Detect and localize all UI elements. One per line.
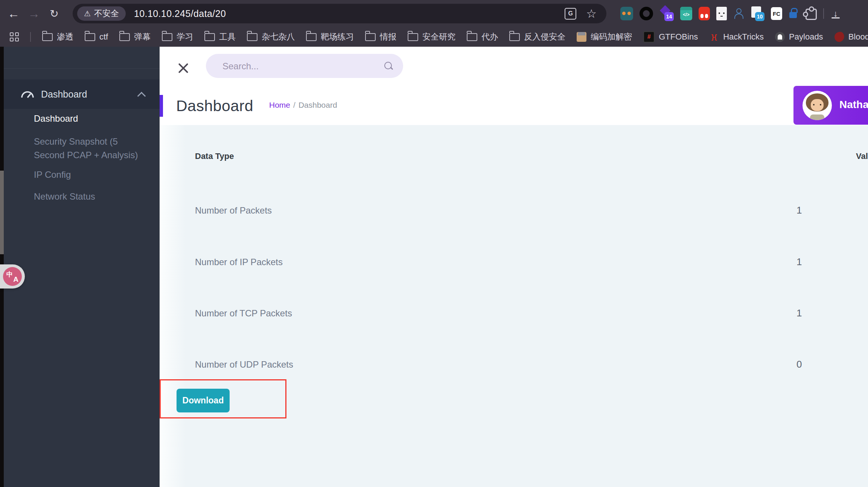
table-row-label: Number of UDP Packets [195, 359, 293, 370]
robot-extension-icon[interactable] [620, 7, 633, 20]
browser-toolbar: ← → ↻ ⚠ 不安全 10.10.10.245/data/20 ☆ 14 10… [0, 0, 868, 27]
downloads-icon[interactable]: ↓ [830, 7, 841, 20]
back-icon[interactable]: ← [5, 0, 22, 27]
folder-icon [247, 33, 257, 41]
terminal-extension-icon[interactable] [680, 7, 692, 20]
page-title: Dashboard [176, 97, 253, 115]
content-left-fade [160, 125, 186, 487]
bookmark-label: 学习 [177, 31, 193, 43]
translate-widget-icon: 中 A [3, 267, 22, 286]
breadcrumb-current: Dashboard [298, 101, 337, 109]
gauge-icon [21, 89, 34, 99]
user-badge[interactable]: Nathan [793, 86, 868, 125]
bookmark-item[interactable]: 弹幕 [119, 31, 151, 43]
hamster-favicon [577, 32, 586, 42]
bookmark-item[interactable]: ctf [85, 32, 108, 42]
bookmark-item[interactable]: 渗透 [42, 31, 73, 43]
bookmark-item[interactable]: 情报 [365, 31, 396, 43]
sidebar-menu-dashboard[interactable]: Dashboard [4, 79, 160, 109]
chevron-up-icon [137, 92, 146, 101]
security-chip[interactable]: ⚠ 不安全 [77, 6, 126, 21]
lock-extension-icon[interactable] [789, 7, 799, 20]
folder-icon [306, 33, 317, 41]
bookmark-item[interactable]: GTFOBins [643, 31, 698, 43]
background-window-strip-gray [0, 171, 4, 254]
ring-extension-icon[interactable] [640, 7, 653, 20]
bookmark-label: 靶场练习 [321, 31, 354, 43]
sidebar-top-divider [4, 47, 160, 69]
search-bar[interactable] [206, 54, 403, 78]
folder-icon [85, 33, 95, 41]
extensions-row: 14 10 FC ↓ [620, 0, 841, 27]
table-row-value: 0 [796, 359, 802, 370]
sidebar-item-ip-config[interactable]: IP Config [34, 169, 71, 180]
bookmark-star-icon[interactable]: ☆ [586, 8, 597, 20]
search-icon [384, 62, 392, 69]
sidebar-item-network-status[interactable]: Network Status [34, 191, 95, 202]
forward-icon[interactable]: → [26, 0, 42, 27]
bookmark-item[interactable]: 代办 [467, 31, 498, 43]
bookmark-label: 情报 [380, 31, 396, 43]
sidebar-menu-label: Dashboard [41, 89, 87, 100]
bookmark-item[interactable]: 杂七杂八 [247, 31, 295, 43]
hacktricks-favicon [709, 32, 719, 42]
search-input[interactable] [222, 54, 374, 79]
table-header-value: Value [856, 151, 868, 161]
bookmark-item[interactable]: Payloads [775, 32, 823, 42]
bookmark-item[interactable]: 反入侵安全 [509, 31, 565, 43]
sidebar-item-dashboard[interactable]: Dashboard [34, 113, 78, 124]
bookmarks-divider [30, 32, 31, 42]
bookmark-label: 反入侵安全 [524, 31, 565, 43]
translate-glyph-bottom: A [13, 275, 18, 284]
bookmark-item[interactable]: 学习 [162, 31, 193, 43]
sidebar-item-security-snapshot[interactable]: Security Snapshot (5 Second PCAP + Analy… [34, 135, 141, 162]
gtfobins-favicon [643, 31, 655, 43]
apps-grid-icon[interactable] [10, 32, 19, 41]
translate-widget[interactable]: 中 A [0, 264, 25, 289]
main-content: Dashboard Home/Dashboard Nathan Data Typ… [160, 47, 868, 487]
address-bar[interactable]: ⚠ 不安全 10.10.10.245/data/20 ☆ [73, 4, 606, 23]
table-row-label: Number of IP Packets [195, 257, 283, 267]
avatar [803, 91, 832, 120]
bookmark-label: GTFOBins [659, 32, 698, 42]
folder-icon [162, 33, 172, 41]
close-icon[interactable] [177, 62, 190, 75]
bookmark-item[interactable]: BloodHound [834, 32, 868, 42]
extension-badge: 10 [755, 12, 764, 21]
translate-icon[interactable] [565, 8, 576, 20]
avatar-face [811, 99, 824, 111]
bookmark-item[interactable]: 工具 [204, 31, 236, 43]
bookmark-item[interactable]: HackTricks [709, 32, 764, 42]
reload-icon[interactable]: ↻ [46, 0, 62, 27]
red-extension-icon[interactable] [699, 7, 710, 20]
person-extension-icon[interactable] [733, 7, 744, 20]
table-row-value: 1 [796, 205, 802, 216]
breadcrumb-separator: / [293, 101, 295, 109]
fc-extension-icon[interactable]: FC [771, 7, 782, 20]
bookmark-label: BloodHound [848, 32, 868, 42]
bookmark-label: ctf [99, 32, 108, 42]
folder-icon [408, 33, 418, 41]
extensions-puzzle-icon[interactable] [806, 9, 817, 20]
bookmark-item[interactable]: 编码加解密 [577, 31, 632, 43]
kaomoji-extension-icon[interactable] [716, 7, 727, 20]
translate-glyph-top: 中 [6, 270, 13, 279]
extension-badge: 14 [664, 12, 674, 21]
bookmark-label: Payloads [789, 32, 823, 42]
badge10-extension-icon[interactable]: 10 [750, 6, 764, 21]
breadcrumb: Home/Dashboard [269, 101, 337, 110]
table-header-data-type: Data Type [195, 151, 234, 161]
folder-icon [365, 33, 376, 41]
breadcrumb-home-link[interactable]: Home [269, 101, 290, 109]
bookmark-label: 安全研究 [422, 31, 455, 43]
screen: ← → ↻ ⚠ 不安全 10.10.10.245/data/20 ☆ 14 10… [0, 0, 868, 487]
table-row-value: 1 [796, 256, 802, 268]
warning-triangle-icon: ⚠ [84, 9, 91, 18]
bookmark-item[interactable]: 靶场练习 [306, 31, 354, 43]
folder-icon [509, 33, 520, 41]
bookmark-item[interactable]: 安全研究 [408, 31, 455, 43]
bookmark-label: 渗透 [57, 31, 73, 43]
bookmark-label: 杂七杂八 [262, 31, 295, 43]
sidebar: Dashboard Dashboard Security Snapshot (5… [4, 47, 160, 487]
badge14-extension-icon[interactable]: 14 [659, 6, 674, 21]
